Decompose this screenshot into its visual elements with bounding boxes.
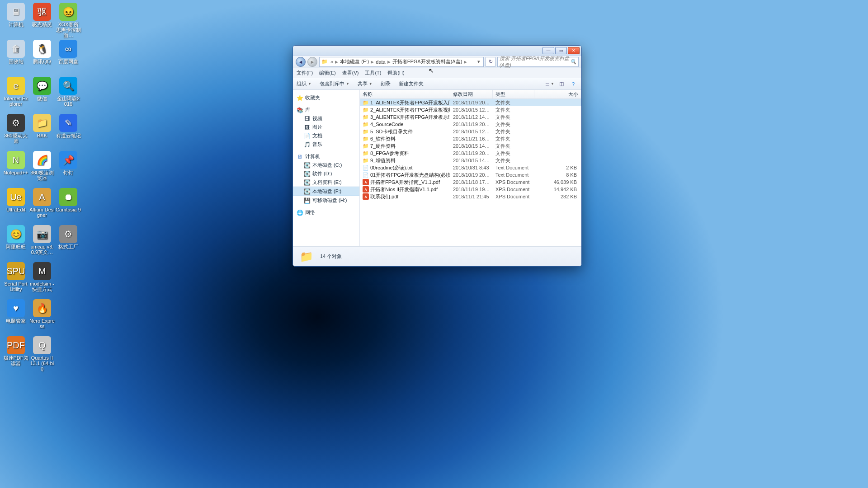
column-type[interactable]: 类型 xyxy=(493,90,534,99)
app-icon: 🐧 xyxy=(33,40,51,58)
file-row[interactable]: 📁4_SourceCode2018/11/19 20:18文件夹 xyxy=(360,121,581,128)
desktop-icon[interactable]: 📌钉钉 xyxy=(56,151,81,188)
include-in-library-button[interactable]: 包含到库中▼ xyxy=(320,80,349,87)
file-name: 3_ALIENTEK开拓者FPGA开发板原理图 xyxy=(370,114,450,121)
preview-pane-button[interactable]: ◫ xyxy=(557,80,566,88)
menu-item[interactable]: 查看(V) xyxy=(342,70,359,76)
tree-drive-item[interactable]: 💽文档资料 (E:) xyxy=(293,178,359,187)
desktop-icon[interactable]: 驱驱克精灵 xyxy=(29,3,55,40)
tree-item[interactable]: 📄文档 xyxy=(293,131,359,140)
desktop-icon[interactable]: AAltium Designer xyxy=(29,188,55,225)
app-label: Altium Designer xyxy=(29,207,55,218)
tree-drive-item[interactable]: 💽本地磁盘 (F:) xyxy=(293,187,359,196)
file-row[interactable]: 📁8_FPGA参考资料2018/11/19 20:21文件夹 xyxy=(360,150,581,157)
tree-item[interactable]: 🖼图片 xyxy=(293,123,359,131)
desktop-icon[interactable]: 🔍金山词霸2016 xyxy=(56,77,81,114)
file-row[interactable]: A联系我们.pdf2018/11/1 21:45XPS Document282 … xyxy=(360,193,581,200)
column-size[interactable]: 大小 xyxy=(534,90,581,99)
tree-item[interactable]: 🎞视频 xyxy=(293,114,359,123)
file-row[interactable]: 📁6_软件资料2018/11/21 16:33文件夹 xyxy=(360,135,581,142)
refresh-button[interactable]: ↻ xyxy=(486,57,495,67)
menu-item[interactable]: 工具(T) xyxy=(365,70,381,76)
back-button[interactable]: ◄ xyxy=(296,57,306,67)
desktop-icon[interactable]: 😊阿里旺旺 xyxy=(3,225,28,262)
desktop-icon[interactable]: 💬微信 xyxy=(29,77,55,114)
app-label: amcap v3.0.9英文… xyxy=(29,244,55,255)
file-row[interactable]: 📁1_ALIENTEK开拓者FPGA开发板入门资料2018/11/19 20:2… xyxy=(360,99,581,106)
app-label: 360极速浏览器 xyxy=(29,170,55,181)
file-row[interactable]: 📁9_增值资料2018/10/15 14:19文件夹 xyxy=(360,157,581,164)
organize-button[interactable]: 组织▼ xyxy=(297,80,311,87)
file-row[interactable]: A开拓者Nios II开发指南V1.1.pdf2018/11/19 19:51X… xyxy=(360,186,581,193)
desktop-icon[interactable]: ⚙360驱动大师 xyxy=(3,114,28,151)
view-mode-button[interactable]: ☰▼ xyxy=(545,80,554,88)
menu-item[interactable]: 编辑(E) xyxy=(319,70,336,76)
address-bar[interactable]: 📁«▶本地磁盘 (F:)▶data▶开拓者FPGA开发板资料盘(A盘)▶▾ xyxy=(319,57,484,67)
app-icon: 💬 xyxy=(33,77,51,95)
file-name: 5_SD卡根目录文件 xyxy=(370,128,413,135)
column-name[interactable]: 名称 xyxy=(360,90,450,99)
tree-section[interactable]: 🖥计算机 xyxy=(293,152,359,161)
desktop-icon[interactable]: PDF极速PDF阅读器 xyxy=(3,336,28,373)
tree-item[interactable]: 🎵音乐 xyxy=(293,140,359,149)
address-dropdown-icon[interactable]: ▾ xyxy=(476,59,481,65)
minimize-button[interactable]: — xyxy=(542,47,554,54)
desktop-icon[interactable]: ♥电脑管家 xyxy=(3,299,28,336)
close-button[interactable]: ✕ xyxy=(568,47,580,54)
search-box[interactable]: 搜索 开拓者FPGA开发板资料盘(A盘) 🔍 xyxy=(497,57,579,67)
file-row[interactable]: 📁7_硬件资料2018/10/15 14:19文件夹 xyxy=(360,142,581,150)
desktop-icon[interactable]: 😖XOX客所思声卡控制面… xyxy=(56,3,81,40)
desktop-icon[interactable]: 🗑回收站 xyxy=(3,40,28,77)
tree-label: 文档资料 (E:) xyxy=(312,179,342,186)
file-row[interactable]: 📁5_SD卡根目录文件2018/10/15 12:35文件夹 xyxy=(360,128,581,135)
tree-drive-item[interactable]: 💽本地磁盘 (C:) xyxy=(293,161,359,169)
app-icon: ⚙ xyxy=(7,114,25,132)
app-icon: e xyxy=(7,77,25,95)
desktop-icon[interactable]: 🐧腾讯QQ xyxy=(29,40,55,77)
file-type: Text Document xyxy=(493,165,534,170)
tree-drive-item[interactable]: 💽软件 (D:) xyxy=(293,169,359,178)
file-row[interactable]: 📄01开拓者FPGA开发板光盘结构(必读).txt2018/10/19 20:5… xyxy=(360,171,581,178)
desktop-icon[interactable]: Mmodelsim - 快捷方式 xyxy=(29,262,55,299)
desktop-icon[interactable]: eInternet Explorer xyxy=(3,77,28,114)
column-date[interactable]: 修改日期 xyxy=(450,90,493,99)
desktop-icon[interactable]: QQuartus II 13.1 (64-bit) xyxy=(29,336,55,373)
help-button[interactable]: ? xyxy=(569,80,578,88)
desktop-icon[interactable]: 🌈360极速浏览器 xyxy=(29,151,55,188)
desktop-icon[interactable]: 🔥Nero Express xyxy=(29,299,55,336)
menu-item[interactable]: 帮助(H) xyxy=(387,70,404,76)
menu-item[interactable]: 文件(F) xyxy=(297,70,313,76)
app-icon: ∞ xyxy=(59,40,77,58)
tree-section[interactable]: 🌐网络 xyxy=(293,208,359,217)
new-folder-button[interactable]: 新建文件夹 xyxy=(399,80,424,87)
file-size: 14,942 KB xyxy=(534,187,581,192)
file-row[interactable]: 📁3_ALIENTEK开拓者FPGA开发板原理图2018/11/12 14:44… xyxy=(360,113,581,121)
file-row[interactable]: A开拓者FPGA开发指南_V1.1.pdf2018/11/18 17:24XPS… xyxy=(360,178,581,186)
file-name: 6_软件资料 xyxy=(370,136,396,142)
desktop-icon[interactable]: 📁BAK xyxy=(29,114,55,151)
tree-drive-item[interactable]: 💾可移动磁盘 (H:) xyxy=(293,196,359,205)
file-date: 2018/10/15 12:35 xyxy=(450,129,493,134)
desktop-icon[interactable]: 🖥计算机 xyxy=(3,3,28,40)
file-row[interactable]: 📄00readme(必读).txt2018/10/31 8:43Text Doc… xyxy=(360,164,581,171)
breadcrumb-item[interactable]: data xyxy=(374,59,387,65)
forward-button[interactable]: ► xyxy=(307,57,317,67)
burn-button[interactable]: 刻录 xyxy=(381,80,391,87)
tree-section[interactable]: 📚库 xyxy=(293,106,359,114)
desktop-icon[interactable]: ∞百度网盘 xyxy=(56,40,81,77)
desktop-icon[interactable]: SPUSerial Port Utility xyxy=(3,262,28,299)
maximize-button[interactable]: ▭ xyxy=(555,47,567,54)
tree-section[interactable]: ⭐收藏夹 xyxy=(293,94,359,102)
breadcrumb-item[interactable]: 开拓者FPGA开发板资料盘(A盘) xyxy=(391,58,464,65)
menubar: 文件(F)编辑(E)查看(V)工具(T)帮助(H) xyxy=(293,68,581,78)
file-row[interactable]: 📁2_ALIENTEK开拓者FPGA开发板视频教程2018/10/15 12:0… xyxy=(360,106,581,113)
desktop-icon[interactable]: ⚙格式工厂 xyxy=(56,225,81,262)
desktop-icon[interactable]: 📷amcap v3.0.9英文… xyxy=(29,225,55,262)
breadcrumb-item[interactable]: 本地磁盘 (F:) xyxy=(339,58,370,65)
breadcrumb-item[interactable]: « xyxy=(329,59,335,65)
desktop-icon[interactable]: NNotepad++ xyxy=(3,151,28,188)
desktop-icon[interactable]: UeUltraEdit xyxy=(3,188,28,225)
desktop-icon[interactable]: ⏺Camtasia 9 xyxy=(56,188,81,225)
share-button[interactable]: 共享▼ xyxy=(358,80,373,87)
desktop-icon[interactable]: ✎有道云笔记 xyxy=(56,114,81,151)
